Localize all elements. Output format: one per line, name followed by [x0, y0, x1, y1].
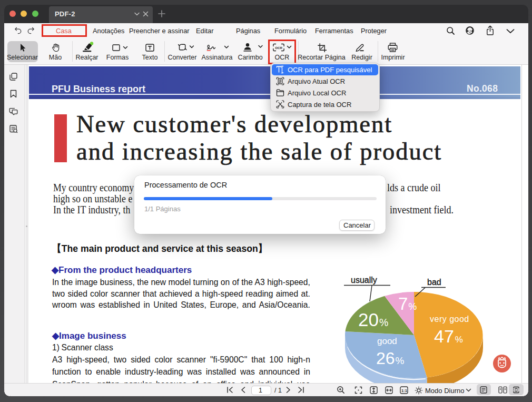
svg-text:good: good	[377, 336, 397, 346]
svg-text:bad: bad	[427, 278, 441, 287]
svg-text:1:1: 1:1	[401, 388, 407, 393]
svg-text:very good: very good	[430, 315, 469, 323]
svg-text:usually: usually	[351, 276, 377, 285]
